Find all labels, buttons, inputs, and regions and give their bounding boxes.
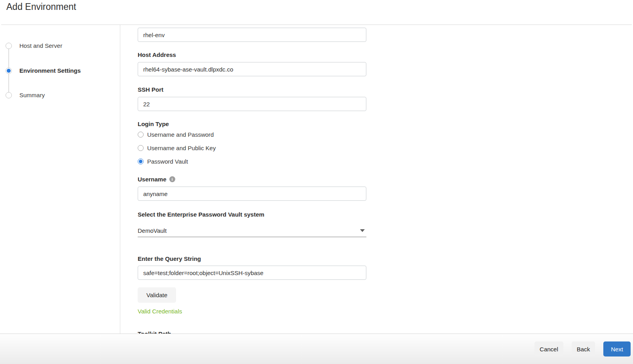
step-circle-icon (6, 43, 12, 49)
chevron-down-icon (360, 229, 365, 232)
vault-system-select[interactable]: DemoVault (138, 224, 366, 237)
back-button[interactable]: Back (572, 341, 595, 356)
radio-username-and-public-key[interactable]: Username and Public Key (138, 145, 216, 151)
info-icon[interactable]: i (169, 176, 175, 182)
username-label-row: Username i (138, 176, 175, 183)
wizard-footer: Cancel Back Next (0, 334, 633, 364)
query-string-label: Enter the Query String (138, 255, 201, 262)
host-address-label: Host Address (138, 51, 176, 58)
radio-label: Username and Public Key (147, 145, 216, 151)
environment-name-input[interactable] (138, 28, 366, 42)
ssh-port-label: SSH Port (138, 86, 163, 93)
step-host-and-server[interactable]: Host and Server (6, 42, 62, 49)
next-button[interactable]: Next (603, 341, 631, 356)
step-environment-settings[interactable]: Environment Settings (6, 67, 81, 74)
vault-system-label: Select the Enterprise Password Vault sys… (138, 211, 264, 218)
toolkit-path-label-clipped: Toolkit Path (138, 330, 171, 334)
add-environment-wizard: Add Environment Host and Server Environm… (0, 0, 633, 364)
ssh-port-input[interactable] (138, 97, 366, 111)
sidebar-divider (120, 25, 120, 334)
step-summary[interactable]: Summary (6, 92, 45, 98)
query-string-input[interactable] (138, 266, 366, 280)
step-label: Host and Server (19, 42, 62, 49)
vault-system-selected-value: DemoVault (138, 227, 167, 234)
username-input[interactable] (138, 187, 366, 201)
validation-status-text: Valid Credentials (138, 308, 182, 315)
step-circle-icon (6, 92, 12, 98)
radio-label: Password Vault (147, 158, 188, 165)
login-type-label: Login Type (138, 121, 169, 127)
host-address-input[interactable] (138, 62, 366, 76)
radio-selected-icon (138, 158, 144, 164)
step-label: Environment Settings (19, 67, 81, 74)
step-circle-active-icon (6, 68, 12, 74)
radio-label: Username and Password (147, 131, 214, 138)
radio-password-vault[interactable]: Password Vault (138, 158, 188, 165)
username-label: Username (138, 176, 167, 183)
radio-username-and-password[interactable]: Username and Password (138, 131, 214, 138)
step-label: Summary (19, 92, 45, 98)
radio-unselected-icon (138, 132, 144, 138)
cancel-button[interactable]: Cancel (534, 341, 563, 356)
radio-unselected-icon (138, 145, 144, 151)
validate-button[interactable]: Validate (138, 287, 176, 303)
wizard-body: Host and Server Environment Settings Sum… (0, 0, 633, 334)
